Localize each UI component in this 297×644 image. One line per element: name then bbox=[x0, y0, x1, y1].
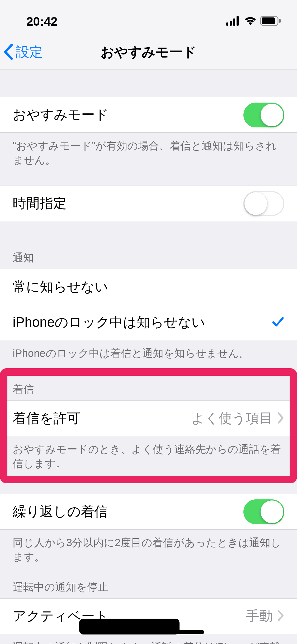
repeated-calls-toggle[interactable] bbox=[243, 499, 284, 524]
scheduled-label: 時間指定 bbox=[13, 194, 243, 213]
svg-rect-6 bbox=[279, 19, 281, 23]
svg-rect-0 bbox=[226, 22, 228, 26]
allow-calls-from-row[interactable]: 着信を許可 よく使う項目 bbox=[7, 401, 290, 436]
scheduled-toggle[interactable] bbox=[243, 191, 284, 216]
svg-rect-1 bbox=[230, 21, 232, 26]
status-time: 20:42 bbox=[26, 14, 58, 29]
chevron-right-icon bbox=[277, 412, 284, 425]
allow-calls-from-value: よく使う項目 bbox=[191, 409, 273, 427]
silence-group: 常に知らせない iPhoneのロック中は知らせない bbox=[0, 269, 297, 340]
phone-section-highlight: 着信 着信を許可 よく使う項目 おやすみモードのとき、よく使う連絡先からの通話を… bbox=[0, 368, 297, 483]
silence-section-header: 通知 bbox=[0, 250, 297, 269]
silence-always-row[interactable]: 常に知らせない bbox=[0, 269, 297, 305]
repeated-calls-row[interactable]: 繰り返しの着信 bbox=[0, 494, 297, 530]
do-not-disturb-row[interactable]: おやすみモード bbox=[0, 97, 297, 133]
status-bar: 20:42 bbox=[0, 0, 297, 35]
cellular-icon bbox=[226, 16, 241, 27]
silence-footer: iPhoneのロック中は着信と通知を知らせません。 bbox=[0, 340, 297, 368]
page-title: おやすみモード bbox=[0, 43, 297, 61]
home-indicator[interactable] bbox=[93, 630, 204, 634]
do-not-disturb-footer: “おやすみモード”が有効の場合、着信と通知は知らされません。 bbox=[0, 133, 297, 175]
svg-rect-3 bbox=[237, 16, 239, 26]
allow-calls-from-footer: おやすみモードのとき、よく使う連絡先からの通話を着信します。 bbox=[7, 436, 290, 476]
silence-while-locked-row[interactable]: iPhoneのロック中は知らせない bbox=[0, 305, 297, 340]
back-button-label: 設定 bbox=[16, 43, 43, 61]
do-not-disturb-label: おやすみモード bbox=[13, 106, 243, 124]
wifi-icon bbox=[244, 16, 257, 27]
chevron-left-icon bbox=[3, 43, 14, 61]
svg-rect-5 bbox=[262, 17, 275, 24]
scheduled-row[interactable]: 時間指定 bbox=[0, 186, 297, 221]
do-not-disturb-toggle[interactable] bbox=[243, 103, 284, 127]
navigation-bar: 設定 おやすみモード bbox=[0, 35, 297, 70]
home-indicator-area bbox=[0, 620, 297, 644]
svg-rect-2 bbox=[233, 19, 235, 26]
status-icons bbox=[226, 16, 284, 27]
silence-while-locked-label: iPhoneのロック中は知らせない bbox=[13, 313, 272, 332]
checkmark-icon bbox=[272, 315, 284, 329]
allow-calls-from-label: 着信を許可 bbox=[13, 409, 191, 427]
repeated-calls-footer: 同じ人から3分以内に2度目の着信があったときは通知します。 bbox=[0, 530, 297, 572]
phone-section-header: 着信 bbox=[7, 376, 290, 401]
repeated-calls-label: 繰り返しの着信 bbox=[13, 503, 243, 521]
back-button[interactable]: 設定 bbox=[3, 43, 43, 61]
battery-icon bbox=[260, 16, 281, 27]
driving-section-header: 運転中の通知を停止 bbox=[0, 580, 297, 598]
silence-always-label: 常に知らせない bbox=[13, 278, 284, 296]
